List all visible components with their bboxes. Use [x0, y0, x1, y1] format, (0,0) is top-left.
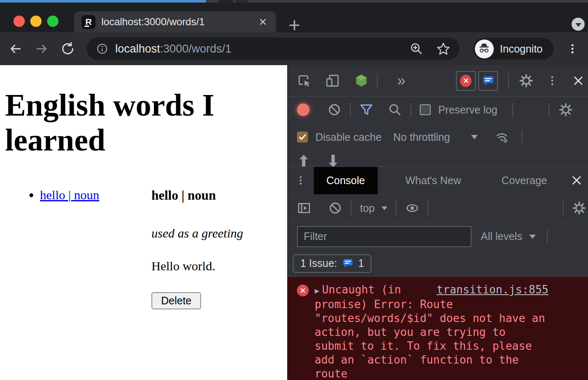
preserve-log-label: Preserve log [438, 104, 497, 116]
word-detail-panel: hello | noun used as a greeting Hello wo… [151, 188, 243, 309]
browser-menu-icon[interactable] [565, 42, 580, 56]
drawer-tab-bar: Console What's New Coverage [288, 167, 588, 194]
window-controls [13, 16, 58, 27]
zoom-level-icon[interactable] [409, 42, 424, 56]
chevron-down-icon [575, 23, 581, 27]
tab-title: localhost:3000/words/1 [101, 16, 204, 28]
error-text-block: transition.js:855▶Uncaught (in promise) … [315, 283, 548, 380]
tab-console[interactable]: Console [314, 167, 378, 194]
console-filter-input[interactable] [297, 226, 471, 247]
site-info-icon[interactable] [96, 42, 109, 55]
error-icon [460, 75, 471, 87]
browser-tab-strip: R localhost:3000/words/1 [0, 3, 588, 32]
new-tab-button[interactable] [287, 18, 302, 32]
clear-console-icon[interactable] [328, 201, 342, 215]
network-conditions-icon[interactable] [495, 130, 509, 144]
settings-gear-icon[interactable] [519, 74, 533, 88]
url-text: localhost:3000/words/1 [115, 42, 231, 55]
expand-triangle-icon[interactable]: ▶ [315, 286, 319, 295]
console-sidebar-icon[interactable] [297, 201, 311, 215]
chevron-down-icon [529, 235, 536, 239]
live-expression-eye-icon[interactable] [405, 201, 419, 215]
device-toolbar-icon[interactable] [326, 74, 340, 88]
error-count-badge[interactable] [456, 71, 476, 91]
remix-favicon: R [82, 15, 95, 29]
network-settings-gear-icon[interactable] [559, 103, 573, 117]
issues-badge[interactable] [478, 71, 498, 91]
tab-close-icon[interactable] [257, 16, 268, 27]
delete-button[interactable]: Delete [151, 292, 201, 309]
network-options-row: Disable cache No throttling [288, 123, 588, 151]
back-button[interactable] [8, 42, 23, 56]
console-context-select[interactable]: top [360, 202, 375, 214]
network-search-icon[interactable] [388, 103, 402, 117]
error-source-link[interactable]: transition.js:855 [437, 283, 548, 297]
incognito-badge[interactable]: Incognito [473, 38, 554, 60]
issues-count: 1 [358, 257, 364, 269]
inspect-element-icon[interactable] [297, 74, 311, 88]
preserve-log-checkbox[interactable] [420, 104, 431, 115]
network-clipped-row [288, 151, 588, 167]
tab-coverage[interactable]: Coverage [489, 167, 559, 194]
issues-label: 1 Issue: [300, 257, 337, 269]
error-circle-icon [297, 285, 309, 296]
word-list: hello | noun [0, 188, 151, 309]
console-issues-row: 1 Issue: 1 [288, 251, 588, 277]
url-host: localhost [115, 42, 160, 55]
bookmark-star-icon[interactable] [436, 42, 450, 56]
chevron-down-icon [471, 135, 478, 139]
throttling-select[interactable]: No throttling [393, 131, 450, 143]
download-har-icon[interactable] [326, 153, 340, 167]
record-network-log-button[interactable] [297, 103, 310, 116]
network-toolbar: Preserve log [288, 97, 588, 123]
minimize-window-button[interactable] [30, 16, 42, 27]
page-title: English words I learned [5, 88, 241, 158]
word-detail-title: hello | noun [151, 188, 243, 203]
browser-toolbar: localhost:3000/words/1 Incognito [0, 32, 588, 65]
incognito-icon [475, 40, 494, 58]
network-filter-icon[interactable] [359, 103, 373, 117]
incognito-label: Incognito [500, 43, 543, 55]
browser-tab[interactable]: R localhost:3000/words/1 [74, 11, 276, 32]
drawer-menu-icon[interactable] [294, 173, 308, 187]
close-window-button[interactable] [13, 16, 25, 27]
address-bar[interactable]: localhost:3000/words/1 [87, 37, 460, 60]
word-definition: used as a greeting [151, 226, 243, 240]
word-example: Hello world. [151, 259, 243, 273]
devtools-close-icon[interactable] [571, 74, 585, 88]
devtools-panel: » [287, 65, 588, 380]
log-levels-select[interactable]: All levels [481, 230, 522, 243]
console-filter-row: All levels [288, 222, 588, 251]
forward-button[interactable] [34, 42, 49, 56]
devtools-menu-icon[interactable] [545, 74, 559, 88]
clear-network-log-icon[interactable] [327, 103, 342, 117]
maximize-window-button[interactable] [47, 16, 58, 27]
reload-button[interactable] [61, 42, 75, 56]
upload-har-icon[interactable] [297, 153, 310, 167]
tab-whats-new[interactable]: What's New [393, 167, 474, 194]
chevron-down-icon [381, 206, 387, 210]
url-path: :3000/words/1 [160, 42, 232, 55]
web-page-content: English words I learned hello | noun hel… [0, 65, 287, 380]
more-tabs-icon[interactable]: » [397, 73, 405, 88]
list-item: hello | noun [40, 188, 151, 202]
tab-search-button[interactable] [572, 18, 585, 31]
nodejs-icon[interactable] [354, 74, 368, 88]
console-error-message: transition.js:855▶Uncaught (in promise) … [288, 277, 588, 380]
error-message-text: Uncaught (in promise) Error: Route "rout… [315, 283, 545, 380]
disable-cache-checkbox[interactable] [297, 132, 308, 142]
word-link[interactable]: hello | noun [40, 188, 99, 202]
issues-button[interactable]: 1 Issue: 1 [293, 254, 371, 273]
disable-cache-label: Disable cache [315, 131, 381, 143]
drawer-close-icon[interactable] [569, 173, 584, 187]
console-toolbar: top [288, 194, 588, 222]
console-settings-gear-icon[interactable] [572, 201, 586, 215]
issue-bubble-icon [342, 258, 353, 269]
devtools-main-toolbar: » [288, 65, 588, 97]
